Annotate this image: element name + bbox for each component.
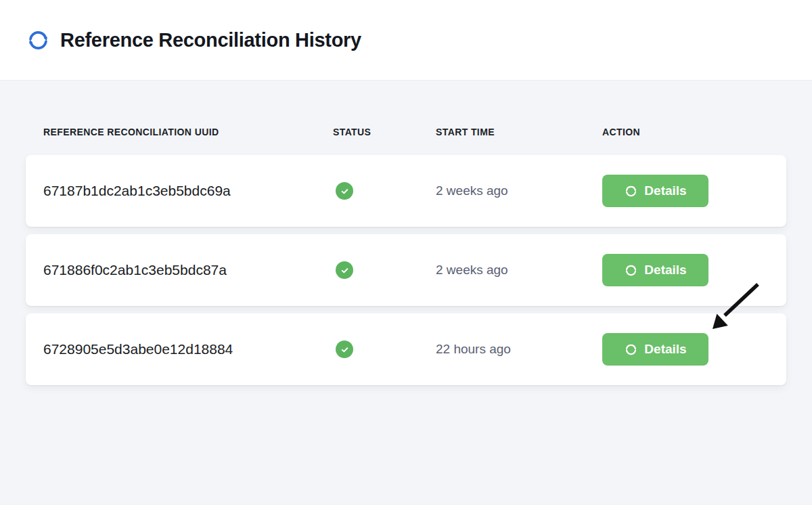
status-success-badge [336,182,353,200]
details-button-label: Details [644,183,686,198]
table-header-row: REFERENCE RECONCILIATION UUID STATUS STA… [26,125,786,139]
check-icon [340,345,350,355]
status-success-badge [336,341,353,358]
column-header-action: ACTION [602,125,769,139]
details-button-label: Details [644,263,686,278]
row-uuid: 67187b1dc2ab1c3eb5bdc69a [43,183,333,199]
row-status-cell [333,182,436,200]
check-icon [340,265,350,276]
details-button[interactable]: Details [602,333,708,366]
page-header: Reference Reconciliation History [0,0,812,81]
row-status-cell [333,341,436,358]
row-action-cell: Details [602,254,769,286]
app-window: Reference Reconciliation History REFEREN… [0,0,812,505]
sync-icon [624,343,638,357]
sync-icon [624,263,638,278]
row-status-cell [333,261,436,279]
row-uuid: 671886f0c2ab1c3eb5bdc87a [43,262,333,278]
column-header-start-time: START TIME [436,125,602,139]
sync-icon [26,28,51,53]
details-button[interactable]: Details [602,254,708,286]
check-icon [340,186,350,196]
sync-icon [624,184,638,198]
column-header-status: STATUS [333,125,436,139]
row-uuid: 6728905e5d3abe0e12d18884 [43,341,333,357]
status-success-badge [336,261,353,279]
column-header-uuid: REFERENCE RECONCILIATION UUID [43,125,333,139]
main-content: REFERENCE RECONCILIATION UUID STATUS STA… [0,81,812,385]
row-action-cell: Details [602,333,769,366]
row-start-time: 2 weeks ago [436,183,602,198]
table-row: 671886f0c2ab1c3eb5bdc87a 2 weeks ago Det… [26,234,786,306]
page-title: Reference Reconciliation History [60,29,361,51]
row-start-time: 22 hours ago [436,342,602,357]
table-row: 6728905e5d3abe0e12d18884 22 hours ago De… [26,313,786,385]
table-body: 67187b1dc2ab1c3eb5bdc69a 2 weeks ago Det… [26,155,786,385]
details-button[interactable]: Details [602,175,708,207]
details-button-label: Details [644,342,686,357]
table-row: 67187b1dc2ab1c3eb5bdc69a 2 weeks ago Det… [26,155,786,227]
row-action-cell: Details [602,175,769,207]
row-start-time: 2 weeks ago [436,263,602,278]
